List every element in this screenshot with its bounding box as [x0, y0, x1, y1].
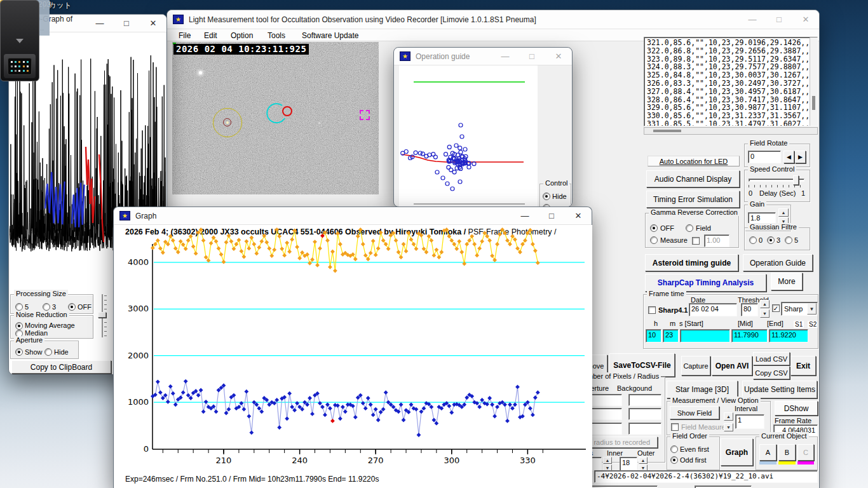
opguide-minimize-button[interactable]: — — [492, 48, 519, 65]
field-rotate-input[interactable]: 0 — [748, 151, 781, 163]
vertical-trackbar-thumb[interactable] — [98, 312, 106, 318]
moving-average-radio[interactable] — [15, 322, 23, 330]
graph3d-minimize-button[interactable]: — — [86, 15, 113, 32]
capture-button[interactable]: Capture — [681, 356, 710, 376]
sharpcap-button[interactable]: SharpCap Timing Analysis — [645, 274, 766, 292]
aperture-box-c[interactable] — [360, 110, 370, 120]
copy-csv-button[interactable]: Copy CSV — [753, 366, 790, 379]
outer-field[interactable]: 18 — [620, 457, 637, 471]
gaussian-3-radio[interactable] — [767, 236, 775, 244]
csv-panel[interactable]: 321.0,85.6,"",10,23,29.0196,29.1426,,,,1… — [644, 37, 818, 126]
gaussian-5-radio[interactable] — [785, 236, 792, 244]
odd-first-radio[interactable] — [670, 456, 678, 464]
opguide-close-button[interactable]: ✕ — [545, 48, 572, 65]
bottom-partial-field2[interactable] — [695, 485, 752, 488]
interval-spin-up[interactable]: ▲ — [724, 412, 733, 421]
load-csv-button[interactable]: Load CSV — [753, 352, 790, 365]
graph-minimize-button[interactable]: — — [512, 207, 538, 224]
threshold-spin-down[interactable]: ▼ — [760, 309, 770, 318]
sharp41-checkbox[interactable] — [648, 306, 656, 314]
gadget-panel[interactable] — [0, 0, 39, 81]
field-rotate-left-button[interactable]: ◀ — [783, 151, 794, 163]
dshow-button[interactable]: DShow — [775, 401, 818, 416]
csv-vscroll-thumb[interactable] — [812, 96, 815, 110]
processing-3-radio[interactable] — [43, 303, 50, 311]
gamma-measure-radio[interactable] — [650, 236, 658, 244]
object-a-button[interactable]: A — [759, 444, 776, 461]
processing-off-radio[interactable] — [68, 303, 76, 311]
gain-spin-up[interactable]: ▲ — [778, 208, 789, 217]
pixels-field-r2c2[interactable] — [628, 408, 661, 420]
vertical-trackbar[interactable] — [97, 294, 107, 337]
close-button[interactable]: ✕ — [792, 10, 819, 29]
sharp-mode-checkbox[interactable] — [772, 304, 780, 312]
date-field[interactable]: 26 02 04 — [689, 303, 737, 316]
gamma-off-label[interactable]: OFF — [660, 224, 674, 232]
more-button[interactable]: More — [771, 273, 803, 290]
exit-button[interactable]: Exit — [790, 356, 816, 376]
interval-spin-down[interactable]: ▼ — [724, 423, 733, 431]
csv-vscrollbar[interactable] — [810, 37, 817, 126]
inner-spin-up[interactable]: ▲ — [603, 457, 612, 464]
graph3d-close-button[interactable]: ✕ — [140, 15, 166, 32]
gamma-checkbox[interactable] — [692, 237, 700, 245]
minimize-button[interactable]: — — [739, 10, 766, 29]
update-settings-button[interactable]: Update Setting Items — [742, 381, 817, 398]
pixels-field-r2c1[interactable] — [589, 408, 622, 420]
maximize-button[interactable]: □ — [766, 10, 792, 29]
interval-field[interactable]: 1 — [735, 414, 764, 429]
minute-field[interactable]: 23 — [663, 329, 679, 342]
open-avi-button[interactable]: Open AVI — [712, 356, 752, 376]
mid-field[interactable]: 11.7990 — [731, 329, 768, 342]
speed-slider-thumb[interactable] — [793, 175, 799, 185]
pixels-field-r3c1[interactable] — [589, 423, 622, 435]
processing-5-radio[interactable] — [15, 303, 23, 311]
gamma-measure-label[interactable]: Measure — [660, 236, 688, 244]
menu-file[interactable]: File — [179, 31, 191, 40]
sharp-dropdown[interactable]: Sharp ▼ — [781, 302, 818, 316]
menu-option[interactable]: Option — [231, 31, 253, 40]
object-b-button[interactable]: B — [778, 444, 796, 461]
graph-close-button[interactable]: ✕ — [565, 207, 592, 224]
csv-hscroll-thumb[interactable] — [653, 130, 681, 132]
graph3d-maximize-button[interactable]: □ — [113, 15, 140, 32]
gamma-value-field[interactable]: 1.00 — [704, 234, 729, 247]
graph-window[interactable]: ★ Graph — □ ✕ 2026 Feb 4; (36302) 2000 J… — [113, 207, 592, 488]
menu-edit[interactable]: Edit — [204, 31, 217, 40]
csv-hscrollbar[interactable] — [644, 127, 818, 135]
keypad-icon[interactable] — [8, 58, 32, 75]
gaussian-0-radio[interactable] — [749, 236, 757, 244]
video-frame[interactable]: 2026 02 04 10:23:11:925 — [172, 42, 379, 194]
gamma-field-label[interactable]: Field — [696, 224, 711, 232]
menu-tools[interactable]: Tools — [268, 31, 285, 40]
threshold-field[interactable]: 80 — [741, 303, 758, 316]
end-field[interactable]: 11.9220 — [769, 329, 808, 342]
gamma-field-radio[interactable] — [686, 224, 693, 232]
limovie-titlebar[interactable]: ★ Light Measurement tool for Occultation… — [167, 10, 819, 29]
pixels-field-r3c2[interactable] — [628, 423, 661, 435]
timing-error-button[interactable]: Timing Error Simulation — [646, 191, 740, 208]
start-field[interactable] — [680, 329, 730, 342]
opguide-titlebar[interactable]: ★ Operation guide — □ ✕ — [394, 48, 572, 65]
opguide-maximize-button[interactable]: □ — [519, 48, 545, 65]
field-measure-checkbox[interactable] — [671, 423, 679, 431]
aperture-ring-comparison[interactable] — [282, 106, 292, 116]
aperture-hide-radio[interactable] — [44, 348, 52, 356]
pixels-field-r1c1[interactable] — [589, 394, 622, 406]
menu-software-update[interactable]: Software Update — [302, 31, 358, 40]
gadget-dropdown-arrow[interactable] — [16, 39, 24, 43]
graph-titlebar[interactable]: ★ Graph — □ ✕ — [114, 207, 592, 225]
field-rotate-right-button[interactable]: ▶ — [795, 151, 806, 163]
object-c-button[interactable]: C — [797, 444, 814, 461]
hour-field[interactable]: 10 — [646, 329, 661, 342]
copy-clipboard-button[interactable]: Copy to ClipBoard — [11, 360, 111, 374]
pixels-field-r1c2[interactable] — [628, 394, 661, 406]
auto-location-led-button[interactable]: Auto Location for LED — [648, 156, 740, 166]
gamma-off-radio[interactable] — [650, 224, 658, 232]
aperture-show-radio[interactable] — [15, 348, 23, 356]
audio-channel-button[interactable]: Audio Channel Display — [646, 170, 740, 187]
show-field-button[interactable]: Show Field — [670, 406, 719, 419]
even-first-radio[interactable] — [670, 445, 678, 453]
operation-guide-window[interactable]: ★ Operation guide — □ ✕ Control Hide — [393, 47, 573, 207]
threshold-spin-up[interactable]: ▲ — [760, 300, 770, 308]
